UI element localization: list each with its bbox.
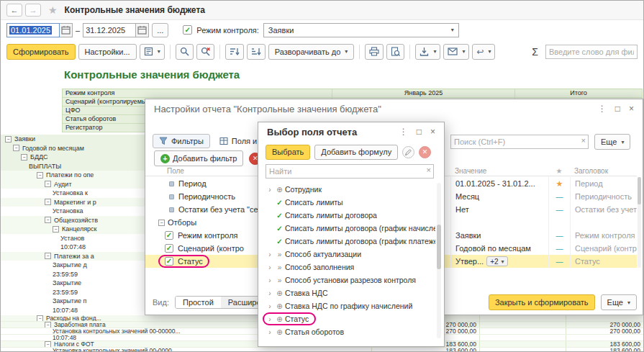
- collapse-icon[interactable]: −: [53, 226, 59, 233]
- expand-chevron-icon[interactable]: ›: [266, 251, 274, 258]
- sort-asc-button[interactable]: [225, 44, 244, 60]
- field-item[interactable]: ›»Способ заполнения: [260, 261, 435, 274]
- period-from-calendar-button[interactable]: [60, 23, 73, 37]
- column-star-icon[interactable]: ★: [548, 167, 570, 175]
- generate-button[interactable]: Сформировать: [6, 44, 76, 60]
- scrollbar[interactable]: [638, 177, 641, 268]
- use-in-header-toggle[interactable]: —: [548, 242, 570, 255]
- total-column-header[interactable]: Итого: [515, 89, 643, 97]
- favorite-star-icon[interactable]: ★: [48, 4, 58, 16]
- field-item[interactable]: ›»Способ установки разрезов контроля: [260, 274, 435, 286]
- print-button[interactable]: [365, 44, 384, 60]
- sum-indicator-icon[interactable]: Σ: [527, 46, 543, 58]
- column-value[interactable]: Значение: [450, 167, 548, 175]
- collapse-icon[interactable]: −: [45, 199, 51, 205]
- delete-formula-button[interactable]: ✕: [419, 146, 431, 158]
- collapse-icon[interactable]: −: [158, 220, 165, 226]
- collapse-icon[interactable]: −: [45, 217, 51, 223]
- collapse-icon[interactable]: −: [45, 181, 51, 187]
- settings-search-input[interactable]: [450, 135, 589, 149]
- field-item[interactable]: ✓Списать лимиты договора: [260, 209, 435, 222]
- report-row[interactable]: Установка контрольных значений 00-0000..…: [1, 348, 643, 352]
- maximize-icon[interactable]: □: [615, 104, 620, 114]
- sort-desc-button[interactable]: [247, 44, 266, 60]
- close-and-generate-button[interactable]: Закрыть и сформировать: [489, 294, 595, 310]
- checkbox[interactable]: ✓: [165, 231, 173, 240]
- use-in-header-toggle[interactable]: ★: [548, 177, 570, 190]
- field-item[interactable]: ›⊕Сотрудник: [260, 183, 435, 196]
- save-button[interactable]: ▾: [415, 44, 440, 60]
- expand-chevron-icon[interactable]: ›: [266, 315, 274, 323]
- scrollbar[interactable]: [437, 183, 441, 338]
- use-in-header-toggle[interactable]: —: [548, 190, 570, 203]
- filter-value[interactable]: 01.01.2025 - 31.01.2...: [450, 177, 548, 190]
- scrollbar-thumb[interactable]: [437, 225, 441, 269]
- collapse-icon[interactable]: −: [5, 136, 12, 143]
- collapse-icon[interactable]: −: [45, 253, 51, 259]
- expand-chevron-icon[interactable]: ›: [266, 276, 274, 284]
- collapse-icon[interactable]: −: [13, 145, 19, 151]
- search-button[interactable]: [176, 44, 194, 60]
- print-preview-button[interactable]: [386, 44, 404, 60]
- checkbox[interactable]: ✓: [165, 257, 173, 266]
- expand-to-button[interactable]: Разворачивать до ▾: [268, 44, 355, 60]
- report-variants-button[interactable]: ▾: [140, 44, 165, 60]
- close-icon[interactable]: ×: [629, 104, 634, 114]
- expand-chevron-icon[interactable]: ›: [266, 289, 274, 297]
- maximize-icon[interactable]: □: [417, 127, 422, 137]
- settings-button[interactable]: Настройки...: [78, 44, 137, 60]
- collapse-icon[interactable]: −: [45, 341, 51, 347]
- history-button[interactable]: ↩ ▾: [472, 44, 495, 60]
- checkbox[interactable]: ✓: [165, 244, 173, 253]
- field-item[interactable]: ✓Списать лимиты договора (график начисле…: [260, 222, 435, 235]
- use-in-header-toggle[interactable]: —: [548, 229, 570, 242]
- expand-chevron-icon[interactable]: ›: [266, 302, 274, 310]
- add-formula-button[interactable]: Добавить формулу: [314, 145, 398, 160]
- collapse-icon[interactable]: −: [21, 154, 27, 161]
- clear-search-icon[interactable]: ×: [427, 166, 431, 174]
- field-search-input[interactable]: [266, 164, 434, 179]
- field-item[interactable]: ›⊕Ставка НДС: [260, 286, 435, 299]
- more-button-top[interactable]: Еще ▾: [594, 134, 630, 150]
- expand-chevron-icon[interactable]: ›: [266, 186, 274, 194]
- period-to-calendar-button[interactable]: [136, 23, 149, 37]
- column-header[interactable]: Заголовок: [570, 167, 637, 175]
- filter-value[interactable]: Утвер...+2▾: [450, 255, 548, 268]
- use-in-header-toggle[interactable]: —: [548, 255, 570, 268]
- expand-chevron-icon[interactable]: ›: [266, 328, 274, 336]
- scrollbar-thumb[interactable]: [638, 177, 641, 204]
- menu-kebab-icon[interactable]: ⋮: [399, 127, 408, 137]
- filter-value[interactable]: Заявки: [450, 229, 548, 242]
- period-from-input[interactable]: 01.01.2025: [6, 23, 60, 37]
- use-in-header-toggle[interactable]: [548, 216, 570, 229]
- filter-value[interactable]: [450, 216, 548, 229]
- select-button[interactable]: Выбрать: [266, 145, 310, 160]
- filter-value[interactable]: Нет: [450, 203, 548, 216]
- back-icon[interactable]: ←: [6, 4, 22, 17]
- clear-search-icon[interactable]: ×: [581, 137, 586, 145]
- collapse-icon[interactable]: −: [37, 172, 43, 179]
- view-simple-option[interactable]: Простой: [176, 297, 221, 308]
- cancel-search-button[interactable]: [196, 44, 214, 60]
- value-badge[interactable]: +2▾: [486, 256, 507, 266]
- period-to-input[interactable]: 31.12.2025: [83, 23, 136, 37]
- add-filter-button[interactable]: + Добавить фильтр: [154, 150, 243, 166]
- quick-filter-input[interactable]: [545, 45, 638, 59]
- field-item[interactable]: ✓Списать лимиты: [260, 196, 435, 209]
- filter-value[interactable]: Месяц: [450, 190, 548, 203]
- period-more-button[interactable]: ...: [152, 23, 168, 37]
- control-mode-checkbox[interactable]: ✓: [183, 25, 192, 35]
- field-item[interactable]: ›⊕Статья оборотов: [260, 325, 435, 338]
- tab-filters[interactable]: Фильтры: [153, 134, 210, 148]
- send-email-button[interactable]: ▾: [443, 44, 469, 60]
- collapse-icon[interactable]: −: [37, 315, 43, 321]
- close-icon[interactable]: ×: [430, 127, 435, 137]
- more-button-bottom[interactable]: Еще ▾: [601, 294, 637, 310]
- forward-icon[interactable]: →: [25, 4, 41, 17]
- header-row-label[interactable]: Режим контроля: [63, 89, 332, 97]
- menu-kebab-icon[interactable]: ⋮: [598, 104, 607, 114]
- edit-formula-button[interactable]: [402, 146, 414, 158]
- expand-chevron-icon[interactable]: ›: [266, 263, 274, 271]
- period-column-header[interactable]: Январь 2025: [332, 89, 515, 97]
- filter-value[interactable]: Годовой по месяцам: [450, 242, 548, 255]
